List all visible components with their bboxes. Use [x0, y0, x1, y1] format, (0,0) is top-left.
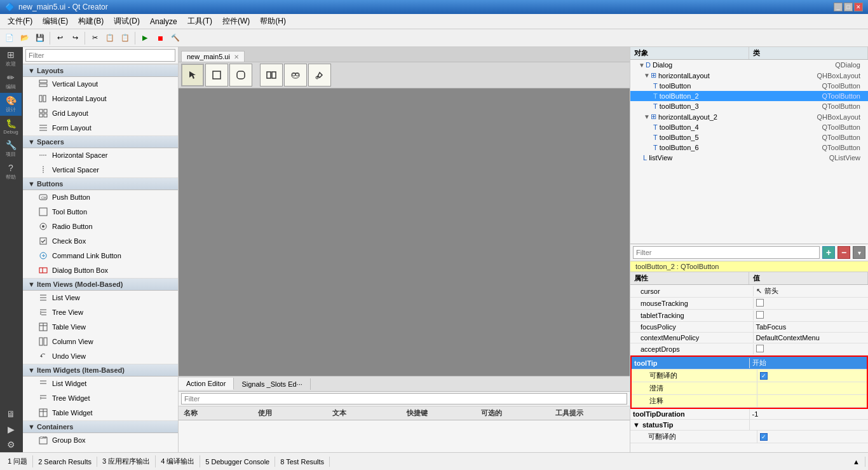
- prop-row-acceptdrops[interactable]: acceptDrops: [630, 343, 868, 356]
- toolbar-paste[interactable]: 📋: [118, 31, 132, 45]
- action-filter-input[interactable]: [181, 393, 627, 404]
- obj-row-listview[interactable]: L listView QListView: [630, 153, 868, 163]
- obj-row-toolbutton3[interactable]: T toolButton_3 QToolButton: [630, 101, 868, 111]
- prop-row-translatable[interactable]: 可翻译的 ✓: [632, 370, 867, 382]
- section-layouts[interactable]: ▼ Layouts: [23, 64, 178, 77]
- sidebar-welcome[interactable]: ⊞ 欢迎: [0, 47, 22, 70]
- widget-radio-button[interactable]: Radio Button: [23, 219, 178, 234]
- menu-edit[interactable]: 编辑(E): [37, 15, 73, 28]
- maximize-button[interactable]: □: [844, 3, 853, 11]
- tab-signals-slots[interactable]: Signals _Slots Ed···: [234, 378, 310, 390]
- widget-undo-view[interactable]: Undo View: [23, 349, 178, 364]
- menu-help[interactable]: 帮助(H): [255, 15, 291, 28]
- mousetracking-checkbox[interactable]: [756, 299, 764, 307]
- prop-row-tablettracking[interactable]: tabletTracking: [630, 310, 868, 322]
- sidebar-edit[interactable]: ✏ 编辑: [0, 70, 22, 93]
- expand-icon[interactable]: ▼: [638, 61, 646, 69]
- obj-row-toolbutton[interactable]: T toolButton QToolButton: [630, 81, 868, 91]
- widget-column-view[interactable]: Column View: [23, 335, 178, 349]
- tablettracking-checkbox[interactable]: [756, 311, 764, 319]
- prop-menu-button[interactable]: ▾: [853, 246, 865, 259]
- widget-horizontal-layout[interactable]: Horizontal Layout: [23, 92, 178, 106]
- prop-row-comment[interactable]: 注释: [632, 395, 867, 408]
- toolbar-new[interactable]: 📄: [3, 31, 17, 45]
- canvas-tool-attach[interactable]: [308, 64, 331, 86]
- statustip-translatable-checkbox[interactable]: ✓: [760, 433, 768, 441]
- prop-row-cursor[interactable]: cursor ↖ 箭头: [630, 285, 868, 298]
- menu-debug[interactable]: 调试(D): [109, 15, 145, 28]
- canvas-tool-rect[interactable]: [205, 64, 228, 86]
- widget-table-widget[interactable]: Table Widget: [23, 406, 178, 420]
- obj-row-toolbutton6[interactable]: T toolButton_6 QToolButton: [630, 142, 868, 153]
- section-item-widgets[interactable]: ▼ Item Widgets (Item-Based): [23, 364, 178, 377]
- widget-vertical-spacer[interactable]: Vertical Spacer: [23, 163, 178, 177]
- obj-row-toolbutton2[interactable]: T toolButton_2 QToolButton: [630, 91, 868, 101]
- menu-tools[interactable]: 工具(T): [182, 15, 217, 28]
- tab-close-button[interactable]: ✕: [234, 53, 239, 60]
- canvas-tool-pointer[interactable]: [181, 64, 204, 86]
- widget-tree-view[interactable]: Tree View: [23, 305, 178, 320]
- section-item-views[interactable]: ▼ Item Views (Model-Based): [23, 278, 178, 291]
- prop-add-button[interactable]: +: [822, 246, 835, 259]
- prop-row-contextmenupolicy[interactable]: contextMenuPolicy DefaultContextMenu: [630, 333, 868, 343]
- widget-dialog-button-box[interactable]: Dialog Button Box: [23, 263, 178, 278]
- widget-command-link-button[interactable]: Command Link Button: [23, 249, 178, 263]
- props-filter-input[interactable]: [633, 246, 820, 259]
- toolbar-copy[interactable]: 📋: [103, 31, 117, 45]
- widget-vertical-layout[interactable]: Vertical Layout: [23, 77, 178, 92]
- menu-widgets[interactable]: 控件(W): [217, 15, 255, 28]
- sidebar-monitor[interactable]: 🖥: [0, 406, 22, 422]
- menu-build[interactable]: 构建(B): [73, 15, 109, 28]
- obj-row-dialog[interactable]: ▼ D Dialog QDialog: [630, 60, 868, 70]
- canvas-tool-layout-h[interactable]: [260, 64, 283, 86]
- obj-row-hlayout1[interactable]: ▼ ⊞ horizontalLayout QHBoxLayout: [630, 70, 868, 81]
- close-button[interactable]: ✕: [854, 3, 863, 11]
- widget-push-button[interactable]: OK Push Button: [23, 190, 178, 205]
- section-containers[interactable]: ▼ Containers: [23, 420, 178, 433]
- widget-horizontal-spacer[interactable]: Horizontal Spacer: [23, 148, 178, 163]
- sidebar-projects[interactable]: 🔧 项目: [0, 137, 22, 160]
- widget-filter-input[interactable]: [25, 49, 175, 62]
- widget-grid-layout[interactable]: Grid Layout: [23, 106, 178, 121]
- toolbar-build[interactable]: 🔨: [168, 31, 182, 45]
- window-controls[interactable]: _ □ ✕: [834, 3, 863, 11]
- widget-tool-button[interactable]: Tool Button: [23, 205, 178, 219]
- status-search-results[interactable]: 2 Search Results: [33, 457, 97, 467]
- prop-row-clarify[interactable]: 澄清: [632, 382, 867, 395]
- toolbar-undo[interactable]: ↩: [53, 31, 67, 45]
- minimize-button[interactable]: _: [834, 3, 843, 11]
- toolbar-stop[interactable]: ⏹: [153, 31, 167, 45]
- sidebar-play[interactable]: ▶: [0, 422, 22, 437]
- acceptdrops-checkbox[interactable]: [756, 345, 764, 352]
- translatable-checkbox[interactable]: ✓: [760, 372, 768, 380]
- prop-remove-button[interactable]: −: [837, 246, 850, 259]
- section-spacers[interactable]: ▼ Spacers: [23, 135, 178, 148]
- prop-row-mousetracking[interactable]: mouseTracking: [630, 298, 868, 310]
- status-problems[interactable]: 1 问题: [3, 455, 33, 467]
- sidebar-help[interactable]: ? 帮助: [0, 160, 22, 183]
- widget-check-box[interactable]: Check Box: [23, 234, 178, 249]
- widget-form-layout[interactable]: Form Layout: [23, 121, 178, 135]
- prop-row-statustip-translatable[interactable]: 可翻译的 ✓: [630, 431, 868, 443]
- sidebar-debug[interactable]: 🐛 Debug: [0, 116, 22, 137]
- section-buttons[interactable]: ▼ Buttons: [23, 177, 178, 190]
- status-compile-output[interactable]: 4 编译输出: [156, 455, 200, 467]
- expand-icon-2[interactable]: ▼: [643, 72, 651, 79]
- prop-row-statustip[interactable]: ▼statusTip: [630, 420, 868, 431]
- obj-row-hlayout2[interactable]: ▼ ⊞ horizontalLayout_2 QHBoxLayout: [630, 111, 868, 122]
- status-debugger[interactable]: 5 Debugger Console: [200, 457, 275, 467]
- menu-file[interactable]: 文件(F): [3, 15, 37, 28]
- toolbar-save[interactable]: 💾: [33, 31, 47, 45]
- prop-row-focuspolicy[interactable]: focusPolicy TabFocus: [630, 322, 868, 333]
- prop-row-tooltip[interactable]: toolTip 开始: [632, 357, 867, 370]
- status-app-output[interactable]: 3 应用程序输出: [97, 455, 156, 467]
- widget-table-view[interactable]: Table View: [23, 320, 178, 335]
- widget-list-widget[interactable]: List Widget: [23, 377, 178, 391]
- obj-row-toolbutton5[interactable]: T toolButton_5 QToolButton: [630, 132, 868, 142]
- widget-list-view[interactable]: List View: [23, 291, 178, 305]
- canvas-tool-layout-cloud[interactable]: [284, 64, 307, 86]
- tab-action-editor[interactable]: Action Editor: [179, 378, 234, 390]
- sidebar-design[interactable]: 🎨 设计: [0, 93, 22, 116]
- file-tab[interactable]: new_main5.ui ✕: [181, 51, 245, 62]
- expand-icon-3[interactable]: ▼: [643, 113, 651, 121]
